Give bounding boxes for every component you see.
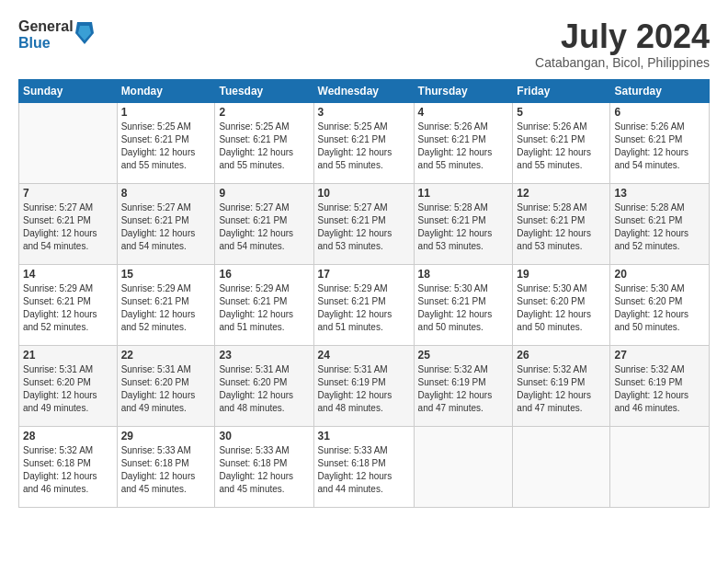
location-title: Catabangan, Bicol, Philippines [535, 55, 710, 70]
day-number: 15 [121, 268, 211, 281]
day-info: Sunrise: 5:32 AM Sunset: 6:18 PM Dayligh… [23, 444, 113, 496]
day-info: Sunrise: 5:31 AM Sunset: 6:20 PM Dayligh… [23, 363, 113, 415]
day-info: Sunrise: 5:25 AM Sunset: 6:21 PM Dayligh… [121, 121, 211, 172]
day-info: Sunrise: 5:29 AM Sunset: 6:21 PM Dayligh… [318, 282, 410, 334]
day-cell: 26Sunrise: 5:32 AM Sunset: 6:19 PM Dayli… [513, 345, 610, 426]
day-number: 12 [517, 187, 606, 200]
day-number: 10 [318, 187, 410, 200]
day-cell: 3Sunrise: 5:25 AM Sunset: 6:21 PM Daylig… [313, 102, 414, 183]
day-number: 13 [614, 187, 705, 200]
day-info: Sunrise: 5:27 AM Sunset: 6:21 PM Dayligh… [121, 201, 211, 253]
day-cell: 9Sunrise: 5:27 AM Sunset: 6:21 PM Daylig… [215, 183, 313, 264]
month-year-title: July 2024 [535, 18, 710, 55]
day-cell: 18Sunrise: 5:30 AM Sunset: 6:21 PM Dayli… [414, 264, 513, 345]
header: General Blue July 2024 Catabangan, Bicol… [18, 18, 710, 70]
day-cell: 17Sunrise: 5:29 AM Sunset: 6:21 PM Dayli… [313, 264, 414, 345]
day-cell: 29Sunrise: 5:33 AM Sunset: 6:18 PM Dayli… [117, 426, 215, 507]
day-info: Sunrise: 5:31 AM Sunset: 6:20 PM Dayligh… [121, 363, 211, 415]
day-number: 22 [121, 349, 211, 362]
day-cell: 1Sunrise: 5:25 AM Sunset: 6:21 PM Daylig… [117, 102, 215, 183]
header-row: SundayMondayTuesdayWednesdayThursdayFrid… [19, 79, 710, 102]
day-info: Sunrise: 5:29 AM Sunset: 6:21 PM Dayligh… [23, 282, 113, 334]
logo: General Blue [18, 18, 94, 51]
day-cell: 15Sunrise: 5:29 AM Sunset: 6:21 PM Dayli… [117, 264, 215, 345]
day-number: 8 [121, 187, 211, 200]
day-cell: 4Sunrise: 5:26 AM Sunset: 6:21 PM Daylig… [414, 102, 513, 183]
header-cell-friday: Friday [513, 79, 610, 102]
day-info: Sunrise: 5:30 AM Sunset: 6:21 PM Dayligh… [418, 282, 509, 334]
week-row-1: 1Sunrise: 5:25 AM Sunset: 6:21 PM Daylig… [19, 102, 710, 183]
day-number: 20 [614, 268, 705, 281]
day-info: Sunrise: 5:32 AM Sunset: 6:19 PM Dayligh… [418, 363, 509, 415]
day-info: Sunrise: 5:30 AM Sunset: 6:20 PM Dayligh… [614, 282, 705, 334]
day-info: Sunrise: 5:26 AM Sunset: 6:21 PM Dayligh… [614, 121, 705, 172]
calendar-table: SundayMondayTuesdayWednesdayThursdayFrid… [18, 79, 710, 508]
day-cell: 14Sunrise: 5:29 AM Sunset: 6:21 PM Dayli… [19, 264, 118, 345]
day-cell: 12Sunrise: 5:28 AM Sunset: 6:21 PM Dayli… [513, 183, 610, 264]
day-number: 5 [517, 106, 606, 119]
day-info: Sunrise: 5:31 AM Sunset: 6:20 PM Dayligh… [219, 363, 309, 415]
day-info: Sunrise: 5:27 AM Sunset: 6:21 PM Dayligh… [318, 201, 410, 253]
day-number: 2 [219, 106, 309, 119]
day-number: 18 [418, 268, 509, 281]
day-cell [610, 426, 710, 507]
day-number: 3 [318, 106, 410, 119]
day-cell [513, 426, 610, 507]
day-info: Sunrise: 5:30 AM Sunset: 6:20 PM Dayligh… [517, 282, 606, 334]
day-number: 31 [318, 430, 410, 442]
day-cell: 23Sunrise: 5:31 AM Sunset: 6:20 PM Dayli… [215, 345, 313, 426]
day-cell: 2Sunrise: 5:25 AM Sunset: 6:21 PM Daylig… [215, 102, 313, 183]
day-cell: 24Sunrise: 5:31 AM Sunset: 6:19 PM Dayli… [313, 345, 414, 426]
logo-text: General Blue [18, 18, 74, 51]
logo-blue: Blue [18, 35, 74, 52]
day-cell: 16Sunrise: 5:29 AM Sunset: 6:21 PM Dayli… [215, 264, 313, 345]
week-row-3: 14Sunrise: 5:29 AM Sunset: 6:21 PM Dayli… [19, 264, 710, 345]
day-number: 29 [121, 430, 211, 442]
day-info: Sunrise: 5:31 AM Sunset: 6:19 PM Dayligh… [318, 363, 410, 415]
day-cell: 25Sunrise: 5:32 AM Sunset: 6:19 PM Dayli… [414, 345, 513, 426]
day-number: 30 [219, 430, 309, 442]
day-number: 21 [23, 349, 113, 362]
day-cell: 11Sunrise: 5:28 AM Sunset: 6:21 PM Dayli… [414, 183, 513, 264]
day-info: Sunrise: 5:28 AM Sunset: 6:21 PM Dayligh… [614, 201, 705, 253]
day-cell: 28Sunrise: 5:32 AM Sunset: 6:18 PM Dayli… [19, 426, 118, 507]
day-number: 7 [23, 187, 113, 200]
day-info: Sunrise: 5:28 AM Sunset: 6:21 PM Dayligh… [517, 201, 606, 253]
day-number: 23 [219, 349, 309, 362]
day-info: Sunrise: 5:32 AM Sunset: 6:19 PM Dayligh… [614, 363, 705, 415]
day-info: Sunrise: 5:25 AM Sunset: 6:21 PM Dayligh… [219, 121, 309, 172]
header-cell-wednesday: Wednesday [313, 79, 414, 102]
day-cell: 6Sunrise: 5:26 AM Sunset: 6:21 PM Daylig… [610, 102, 710, 183]
day-info: Sunrise: 5:29 AM Sunset: 6:21 PM Dayligh… [121, 282, 211, 334]
day-info: Sunrise: 5:33 AM Sunset: 6:18 PM Dayligh… [318, 444, 410, 496]
day-cell: 20Sunrise: 5:30 AM Sunset: 6:20 PM Dayli… [610, 264, 710, 345]
header-cell-sunday: Sunday [19, 79, 118, 102]
title-section: July 2024 Catabangan, Bicol, Philippines [535, 18, 710, 70]
calendar-page: General Blue July 2024 Catabangan, Bicol… [0, 0, 728, 563]
day-number: 19 [517, 268, 606, 281]
header-cell-thursday: Thursday [414, 79, 513, 102]
day-info: Sunrise: 5:26 AM Sunset: 6:21 PM Dayligh… [418, 121, 509, 172]
day-cell: 13Sunrise: 5:28 AM Sunset: 6:21 PM Dayli… [610, 183, 710, 264]
day-number: 26 [517, 349, 606, 362]
day-number: 1 [121, 106, 211, 119]
day-cell: 5Sunrise: 5:26 AM Sunset: 6:21 PM Daylig… [513, 102, 610, 183]
header-cell-tuesday: Tuesday [215, 79, 313, 102]
logo-general: General [18, 18, 74, 35]
day-cell: 31Sunrise: 5:33 AM Sunset: 6:18 PM Dayli… [313, 426, 414, 507]
day-info: Sunrise: 5:27 AM Sunset: 6:21 PM Dayligh… [219, 201, 309, 253]
day-number: 24 [318, 349, 410, 362]
day-cell [414, 426, 513, 507]
day-info: Sunrise: 5:26 AM Sunset: 6:21 PM Dayligh… [517, 121, 606, 172]
day-number: 25 [418, 349, 509, 362]
week-row-5: 28Sunrise: 5:32 AM Sunset: 6:18 PM Dayli… [19, 426, 710, 507]
day-info: Sunrise: 5:27 AM Sunset: 6:21 PM Dayligh… [23, 201, 113, 253]
day-number: 27 [614, 349, 705, 362]
day-info: Sunrise: 5:29 AM Sunset: 6:21 PM Dayligh… [219, 282, 309, 334]
day-cell [19, 102, 118, 183]
day-cell: 7Sunrise: 5:27 AM Sunset: 6:21 PM Daylig… [19, 183, 118, 264]
logo-icon [75, 22, 94, 44]
day-cell: 19Sunrise: 5:30 AM Sunset: 6:20 PM Dayli… [513, 264, 610, 345]
day-number: 11 [418, 187, 509, 200]
day-info: Sunrise: 5:33 AM Sunset: 6:18 PM Dayligh… [219, 444, 309, 496]
